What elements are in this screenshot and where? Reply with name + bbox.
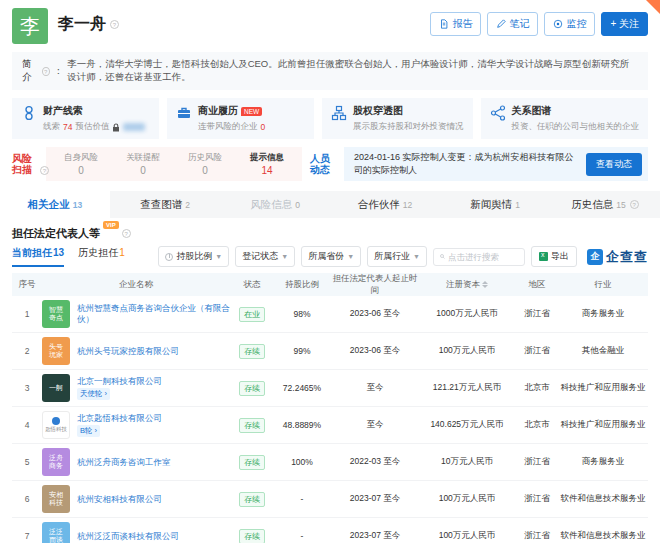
industry: 科技推广和应用服务业	[560, 419, 646, 430]
company-logo: 匙悟科技	[42, 411, 70, 439]
risk-stats-panel[interactable]: 自身风险0 关联提醒0 历史风险0 提示信息14	[46, 147, 302, 181]
chevron-down-icon: ▼	[281, 253, 288, 260]
export-button[interactable]: 导出	[531, 246, 577, 267]
report-label: 报告	[452, 17, 472, 31]
blurred-value	[123, 123, 145, 131]
excel-icon	[539, 252, 548, 261]
card-business-history[interactable]: 商业履历 NEW 连带风险的企业 0	[167, 98, 314, 139]
tab-news[interactable]: 新闻舆情1	[440, 191, 550, 218]
header: 李 李一舟 ? 报告 笔记 监控 + 关注	[0, 8, 660, 44]
status-cell: 存续	[230, 455, 274, 470]
company-cell: 泛泛而谈 杭州泛泛而谈科技有限公司	[42, 522, 230, 543]
table-header: 序号 企业名称 状态 持股比例 担任法定代表人起止时间 注册资本 地区 行业	[12, 273, 648, 296]
company-name-link[interactable]: 北京一舸科技有限公司	[77, 376, 162, 387]
header-status: 状态	[230, 279, 274, 291]
region: 浙江省	[514, 456, 560, 468]
row-number: 6	[12, 494, 42, 504]
industry: 软件和信息技术服务业	[560, 530, 646, 541]
tab-risk-info[interactable]: 风险信息0	[220, 191, 330, 218]
link-icon	[21, 105, 37, 121]
company-cell: 安相科技 杭州安相科技有限公司	[42, 485, 230, 513]
company-cell: 一舸 北京一舸科技有限公司 天使轮 ›	[42, 374, 230, 402]
personnel-dynamics-panel: 2024-01-16 实际控制人变更：成为杭州安相科技有限公司的实际控制人 查看…	[344, 147, 648, 181]
search-box[interactable]	[433, 248, 525, 266]
risk-info-icon[interactable]: ?	[40, 166, 49, 175]
company-name-link[interactable]: 杭州智慧奇点商务咨询合伙企业（有限合伙）	[77, 303, 230, 324]
status-badge: 存续	[239, 529, 265, 543]
row-number: 3	[12, 383, 42, 393]
status-cell: 存续	[230, 418, 274, 433]
company-cell: 泛舟商务 杭州泛舟商务咨询工作室	[42, 448, 230, 476]
row-number: 4	[12, 420, 42, 430]
filter-registration-status[interactable]: 登记状态▼	[235, 246, 295, 267]
intro-text: 李一舟，清华大学博士，匙悟科技创始人及CEO。此前曾担任微蜜联合创始人，用户体验…	[67, 58, 638, 84]
filter-province[interactable]: 所属省份▼	[301, 246, 361, 267]
subtab-history[interactable]: 历史担任1	[78, 246, 125, 267]
clue-count: 74	[63, 122, 72, 132]
avatar: 李	[12, 8, 48, 44]
subtabs: 当前担任13 历史担任1	[12, 246, 125, 267]
filter-shareholding-ratio[interactable]: 持股比例▼	[158, 246, 229, 267]
briefcase-icon	[176, 105, 192, 121]
info-icon[interactable]: ?	[110, 20, 119, 29]
company-cell: 头号玩家 杭州头号玩家控股有限公司	[42, 337, 230, 365]
company-name-link[interactable]: 杭州泛舟商务咨询工作室	[77, 457, 171, 468]
table-toolbar: 当前担任13 历史担任1 持股比例▼ 登记状态▼ 所属省份▼ 所属行业▼	[12, 246, 648, 267]
note-button[interactable]: 笔记	[487, 12, 538, 36]
stat-related-alert[interactable]: 关联提醒0	[112, 150, 174, 178]
filter-industry[interactable]: 所属行业▼	[367, 246, 427, 267]
registered-capital: 121.21万元人民币	[420, 382, 514, 394]
stat-hint-info[interactable]: 提示信息14	[236, 150, 298, 178]
report-button[interactable]: 报告	[430, 12, 481, 36]
header-capital[interactable]: 注册资本	[420, 279, 514, 291]
tab-chacha-graph[interactable]: 查查图谱2	[110, 191, 220, 218]
industry: 软件和信息技术服务业	[560, 493, 646, 504]
share-network-icon	[490, 105, 506, 121]
status-badge: 存续	[239, 455, 265, 470]
section-info-icon[interactable]: ?	[122, 229, 131, 238]
pencil-icon	[496, 19, 506, 29]
funding-tag[interactable]: B轮 ›	[77, 425, 100, 437]
risk-scan-label: 风险扫描 ?	[12, 147, 38, 181]
card-property-clues[interactable]: 财产线索 线索 74 预估价值	[12, 98, 159, 139]
company-logo: 智慧奇点	[42, 300, 70, 328]
tab-partners[interactable]: 合作伙伴12	[330, 191, 440, 218]
subtab-current[interactable]: 当前担任13	[12, 246, 64, 267]
company-name-link[interactable]: 杭州安相科技有限公司	[77, 494, 162, 505]
card-equity-penetration[interactable]: 股权穿透图 展示股东持股和对外投资情况	[322, 98, 473, 139]
view-dynamics-button[interactable]: 查看动态	[586, 153, 642, 176]
person-name-text: 李一舟	[58, 14, 106, 35]
feedback-corner-ribbon[interactable]	[646, 0, 660, 14]
card-relationship-graph[interactable]: 关系图谱 投资、任职的公司与他相关的企业	[481, 98, 649, 139]
header-no: 序号	[12, 279, 42, 291]
row-number: 2	[12, 346, 42, 356]
industry: 商务服务业	[560, 308, 646, 319]
tab-history-info[interactable]: 历史信息15 ?	[550, 191, 660, 218]
company-name-link[interactable]: 杭州泛泛而谈科技有限公司	[77, 531, 179, 542]
stat-history-risk[interactable]: 历史风险0	[174, 150, 236, 178]
registered-capital: 10万元人民币	[420, 456, 514, 468]
intro-label: 简介	[22, 58, 38, 84]
monitor-button[interactable]: 监控	[544, 12, 595, 36]
company-name-link[interactable]: 北京匙悟科技有限公司	[77, 413, 162, 424]
risk-company-count: 0	[261, 122, 266, 132]
region: 浙江省	[514, 493, 560, 505]
search-input[interactable]	[448, 252, 518, 262]
tenure-period: 2023-07 至今	[330, 493, 420, 505]
registered-capital: 1000万元人民币	[420, 308, 514, 320]
tab-related-companies[interactable]: 相关企业13	[0, 191, 110, 218]
funding-tag[interactable]: 天使轮 ›	[77, 388, 110, 400]
qichacha-logo-icon: 企	[587, 249, 603, 265]
history-info-icon[interactable]: ?	[630, 200, 639, 209]
shareholding-ratio: 98%	[274, 309, 330, 319]
sort-icon[interactable]	[482, 281, 488, 288]
section-title: 担任法定代表人等	[12, 226, 100, 241]
personnel-dynamics-label: 人员动态	[310, 147, 336, 181]
tenure-period: 至今	[330, 382, 420, 394]
follow-button[interactable]: + 关注	[601, 12, 648, 36]
shareholding-ratio: -	[274, 531, 330, 541]
intro-info-icon[interactable]: ?	[42, 67, 50, 76]
follow-label: + 关注	[610, 17, 639, 31]
stat-self-risk[interactable]: 自身风险0	[50, 150, 112, 178]
company-name-link[interactable]: 杭州头号玩家控股有限公司	[77, 346, 179, 357]
